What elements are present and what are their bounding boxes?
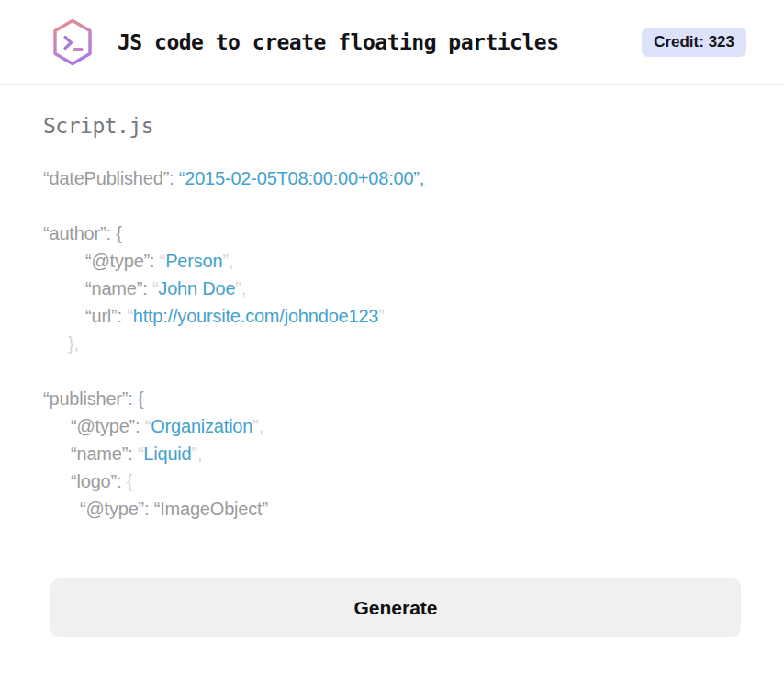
code-segment: http://yoursite.com/johndoe123 bbox=[133, 306, 379, 326]
code-segment: “name”: bbox=[71, 444, 138, 464]
code-segment: “publisher”: bbox=[43, 389, 138, 409]
code-segment: Organization bbox=[151, 416, 252, 436]
terminal-prompt-hexagon-icon bbox=[50, 17, 95, 67]
code-segment: “logo”: bbox=[71, 471, 127, 491]
code-segment: “name”: bbox=[85, 278, 152, 298]
code-segment: { bbox=[138, 389, 143, 409]
footer-actions: Generate bbox=[0, 523, 784, 637]
app-header: JS code to create floating particles Cre… bbox=[0, 0, 784, 85]
code-line: “logo”: { bbox=[43, 467, 741, 495]
main-content: Script.js “datePublished”: “2015-02-05T0… bbox=[0, 85, 784, 523]
code-segment: ”, bbox=[235, 278, 246, 298]
code-segment: “url”: bbox=[85, 306, 127, 326]
code-line: “@type”: “Person”, bbox=[43, 247, 741, 275]
generate-button[interactable]: Generate bbox=[50, 578, 741, 637]
code-segment: “2015-02-05T08:00:00+08:00”, bbox=[179, 168, 424, 188]
code-blank-line bbox=[43, 192, 741, 220]
code-segment: Liquid bbox=[143, 444, 191, 464]
credit-badge: Credit: 323 bbox=[642, 28, 746, 57]
code-segment: “@type”: “ImageObject” bbox=[80, 499, 268, 519]
code-segment: { bbox=[127, 471, 132, 491]
code-line: “datePublished”: “2015-02-05T08:00:00+08… bbox=[43, 164, 741, 192]
code-line: “@type”: “ImageObject” bbox=[43, 495, 741, 523]
code-line: “url”: “http://yoursite.com/johndoe123” bbox=[43, 302, 741, 330]
script-filename: Script.js bbox=[43, 114, 741, 138]
code-segment: ”, bbox=[252, 416, 263, 436]
code-segment: }, bbox=[68, 333, 79, 354]
code-line: “publisher”: { bbox=[43, 385, 741, 412]
code-segment: { bbox=[116, 223, 121, 243]
code-segment: Person bbox=[165, 251, 222, 271]
code-line: “@type”: “Organization”, bbox=[43, 412, 741, 440]
code-segment: ” bbox=[378, 306, 384, 326]
code-segment: ”, bbox=[192, 444, 203, 464]
code-segment: John Doe bbox=[158, 278, 235, 298]
code-segment: “@type”: bbox=[71, 416, 145, 436]
code-line: “name”: “Liquid”, bbox=[43, 440, 741, 467]
code-segment: “author”: bbox=[43, 223, 116, 243]
code-line: }, bbox=[43, 330, 741, 357]
page-title: JS code to create floating particles bbox=[118, 30, 559, 54]
code-line: “name”: “John Doe”, bbox=[43, 275, 741, 302]
code-line: “author”: { bbox=[43, 220, 741, 247]
code-segment: “@type”: bbox=[85, 251, 160, 271]
code-blank-line bbox=[43, 357, 741, 385]
code-segment: “datePublished”: bbox=[43, 168, 179, 188]
code-segment: ”, bbox=[222, 251, 233, 271]
code-block: “datePublished”: “2015-02-05T08:00:00+08… bbox=[43, 164, 741, 523]
